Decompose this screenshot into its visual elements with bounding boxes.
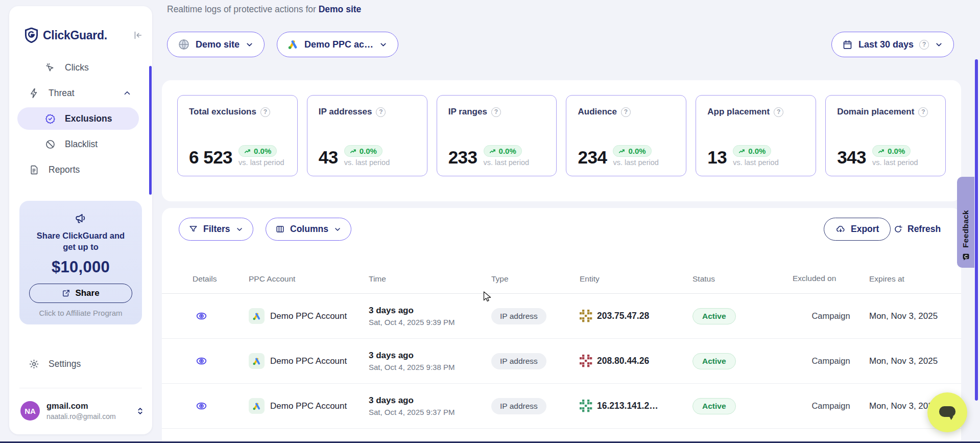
gear-icon — [29, 359, 39, 369]
chat-bubble-icon — [937, 403, 958, 422]
chevron-down-icon — [935, 40, 943, 49]
table-row[interactable]: Demo PPC Account 3 days agoSat, Oct 4, 2… — [162, 384, 961, 429]
site-selector-value: Demo site — [196, 39, 240, 50]
stat-value: 6 523 — [189, 147, 232, 168]
stat-label: App placement — [707, 107, 770, 117]
details-eye-icon[interactable] — [194, 353, 209, 369]
stat-compare: vs. last period — [613, 158, 658, 167]
col-header-type[interactable]: Type — [491, 274, 580, 284]
ppc-account-selector-value: Demo PPC ac… — [304, 39, 373, 50]
sidebar-item-exclusions[interactable]: Exclusions — [9, 106, 152, 131]
chevron-down-icon — [333, 225, 342, 234]
user-name: gmail.com — [46, 401, 116, 411]
columns-button-label: Columns — [290, 224, 328, 235]
help-icon[interactable]: ? — [376, 107, 386, 117]
sidebar-scrollbar-thumb[interactable] — [149, 66, 152, 195]
help-icon[interactable]: ? — [621, 107, 631, 117]
columns-button[interactable]: Columns — [266, 218, 351, 241]
ppc-account-name: Demo PPC Account — [270, 356, 347, 366]
chat-launcher-button[interactable] — [927, 392, 967, 432]
ppc-account-selector[interactable]: Demo PPC ac… — [277, 32, 398, 57]
stat-change: 0.0% — [499, 147, 516, 155]
table-header-row: Details PPC Account Time Type Entity Sta… — [162, 264, 961, 294]
sidebar-item-blacklist[interactable]: Blacklist — [9, 132, 152, 156]
sidebar-item-clicks[interactable]: Clicks — [9, 55, 152, 80]
help-icon[interactable]: ? — [260, 107, 270, 117]
refresh-button[interactable]: Refresh — [893, 218, 941, 241]
table-row[interactable]: Demo PPC Account 3 days agoSat, Oct 4, 2… — [162, 339, 961, 384]
entity-identicon — [580, 310, 592, 322]
sidebar-item-label: Threat — [49, 88, 75, 99]
chevron-down-icon — [245, 40, 254, 49]
site-selector[interactable]: Demo site — [167, 32, 265, 57]
stats-panel: Total exclusions? 6 523 0.0% vs. last pe… — [162, 80, 961, 201]
cursor-click-icon — [45, 62, 56, 73]
type-badge: IP address — [491, 308, 546, 324]
date-range-selector[interactable]: Last 30 days ? — [831, 32, 954, 57]
sidebar-item-settings[interactable]: Settings — [9, 352, 152, 376]
subtitle-site-name: Demo site — [319, 4, 362, 14]
google-ads-icon — [249, 398, 265, 414]
col-header-expires-at[interactable]: Expires at — [869, 274, 951, 284]
share-button[interactable]: Share — [29, 284, 132, 303]
entity-identicon — [580, 355, 592, 367]
col-header-entity[interactable]: Entity — [580, 274, 692, 284]
stat-compare: vs. last period — [733, 158, 778, 167]
export-button[interactable]: Export — [824, 218, 891, 241]
avatar: NA — [20, 401, 40, 421]
promo-amount: $10,000 — [19, 258, 142, 276]
details-eye-icon[interactable] — [194, 308, 209, 324]
ppc-account-name: Demo PPC Account — [270, 401, 347, 411]
col-header-details[interactable]: Details — [193, 274, 249, 284]
details-eye-icon[interactable] — [194, 398, 209, 414]
ppc-account-name: Demo PPC Account — [270, 311, 347, 321]
sidebar-collapse-icon[interactable] — [132, 30, 143, 41]
type-badge: IP address — [491, 398, 546, 414]
col-header-account[interactable]: PPC Account — [249, 274, 369, 284]
clickguard-logo-icon — [25, 28, 38, 43]
account-switcher[interactable]: NA gmail.com naatali.ro@gmail.com — [20, 397, 145, 425]
sidebar: ClickGuard. Clicks Threat E — [9, 6, 152, 434]
table-body: Demo PPC Account 3 days agoSat, Oct 4, 2… — [162, 294, 961, 443]
date-range-value: Last 30 days — [858, 39, 914, 50]
affiliate-program-link[interactable]: Click to Affiliate Program — [19, 309, 142, 317]
chevron-up-icon — [123, 88, 132, 98]
stat-value: 233 — [448, 147, 477, 168]
entity-value: 203.75.47.28 — [597, 311, 649, 321]
google-ads-icon — [249, 308, 265, 324]
table-row[interactable]: Demo PPC Account 3 days agoSat, Oct 4, 2… — [162, 294, 961, 339]
stat-card-total-exclusions: Total exclusions? 6 523 0.0% vs. last pe… — [177, 95, 298, 176]
col-header-excluded-on[interactable]: Excluded on — [793, 274, 836, 283]
feedback-tab[interactable]: Feedback — [957, 177, 974, 268]
help-icon[interactable]: ? — [918, 107, 928, 117]
ban-icon — [45, 139, 56, 150]
chevron-down-icon — [379, 40, 388, 49]
calendar-icon — [842, 39, 853, 50]
stat-change: 0.0% — [748, 147, 766, 155]
stat-label: Audience — [578, 107, 617, 117]
trend-up-icon — [618, 148, 626, 155]
excluded-on-value: Campaign — [793, 401, 869, 411]
help-icon[interactable]: ? — [491, 107, 501, 117]
col-header-status[interactable]: Status — [692, 274, 793, 284]
stat-card-domain-placement: Domain placement? 343 0.0% vs. last peri… — [825, 95, 946, 176]
status-badge: Active — [692, 353, 736, 369]
filters-button[interactable]: Filters — [179, 218, 253, 241]
funnel-icon — [188, 224, 198, 234]
stat-card-app-placement: App placement? 13 0.0% vs. last period — [696, 95, 816, 176]
page-scrollbar-thumb[interactable] — [975, 59, 978, 401]
trend-up-icon — [244, 148, 251, 155]
col-header-time[interactable]: Time — [369, 274, 491, 284]
sidebar-item-label: Clicks — [65, 62, 89, 73]
table-row-partial[interactable]: 3 days ago — [162, 429, 961, 443]
megaphone-icon — [74, 212, 87, 225]
subtitle-text: Realtime logs of protective actions for — [167, 4, 316, 14]
affiliate-promo-card[interactable]: Share ClickGuard and get up to $10,000 S… — [19, 201, 142, 324]
stat-change: 0.0% — [254, 147, 271, 155]
sidebar-item-threat[interactable]: Threat — [9, 81, 152, 105]
google-ads-icon — [249, 353, 265, 369]
status-badge: Active — [692, 308, 736, 324]
cloud-download-icon — [835, 224, 846, 235]
help-icon[interactable]: ? — [774, 107, 783, 117]
sidebar-item-reports[interactable]: Reports — [9, 157, 152, 182]
